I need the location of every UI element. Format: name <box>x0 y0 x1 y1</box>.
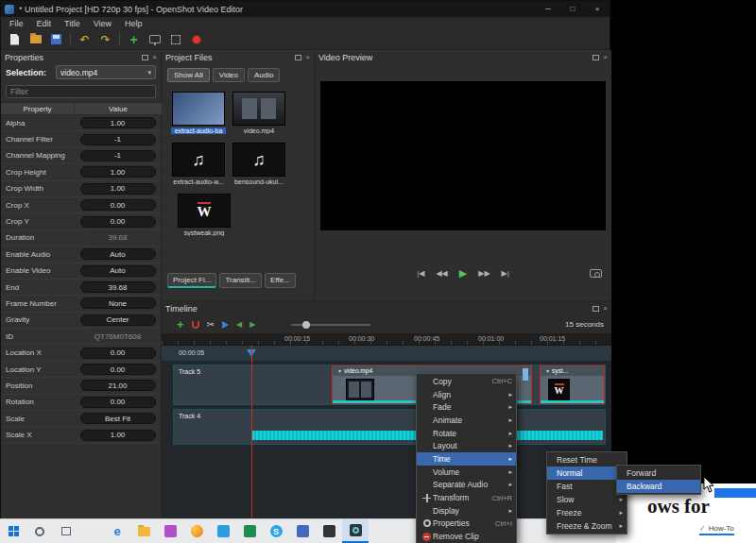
close-panel-icon[interactable]: × <box>305 54 310 61</box>
clip-resize-handle[interactable] <box>523 368 528 381</box>
property-value[interactable]: 1.00 <box>80 166 156 178</box>
taskbar-app-purple[interactable] <box>157 519 183 543</box>
import-files-icon[interactable]: + <box>127 32 141 46</box>
task-view-button[interactable] <box>53 519 79 543</box>
property-value[interactable]: 21.00 <box>80 380 156 391</box>
new-project-icon[interactable] <box>8 32 22 46</box>
time-submenu-item-freeze[interactable]: Freeze▸ <box>547 506 627 519</box>
tab-effects[interactable]: Effe... <box>265 273 296 288</box>
open-project-icon[interactable] <box>28 32 43 46</box>
jump-start-button[interactable]: |◀ <box>417 269 424 278</box>
maximize-button[interactable]: □ <box>560 1 585 17</box>
how-to-link[interactable]: ✓ How-To <box>699 524 734 535</box>
property-value[interactable]: Best Fit <box>80 413 156 424</box>
time-submenu-item-slow[interactable]: Slow▸ <box>547 493 627 506</box>
selection-dropdown[interactable]: video.mp4 ▾ <box>56 65 156 79</box>
property-value[interactable]: 1.00 <box>80 183 156 195</box>
zoom-slider[interactable] <box>291 321 370 329</box>
file-item[interactable]: ♫ extract-audio-w... <box>171 143 226 185</box>
float-panel-icon[interactable] <box>142 55 148 60</box>
property-value[interactable]: None <box>80 297 156 309</box>
menu-file[interactable]: File <box>3 19 30 28</box>
property-value[interactable]: -1 <box>80 134 156 145</box>
razor-icon[interactable]: ✂ <box>207 320 215 330</box>
fast-forward-button[interactable]: ▶▶ <box>478 269 490 278</box>
context-menu-item-properties[interactable]: PropertiesCtrl+I <box>417 518 516 531</box>
search-button[interactable] <box>26 519 53 543</box>
property-value[interactable]: Auto <box>80 248 156 260</box>
float-panel-icon[interactable] <box>295 55 301 60</box>
taskbar-app-green[interactable] <box>236 519 263 543</box>
play-button[interactable]: ▶ <box>459 267 467 280</box>
context-menu-item-layout[interactable]: Layout▸ <box>417 439 516 452</box>
choose-profile-icon[interactable] <box>147 32 162 46</box>
property-value[interactable]: 1.00 <box>80 430 156 441</box>
clip-systweak[interactable]: ▾ syst... W <box>540 365 605 404</box>
context-menu-item-separate-audio[interactable]: Separate Audio▸ <box>417 479 516 492</box>
fullscreen-icon[interactable] <box>168 32 182 46</box>
normal-submenu-item-forward[interactable]: Forward <box>617 467 700 480</box>
filter-audio-button[interactable]: Audio <box>248 68 280 82</box>
taskbar-app-openshot[interactable] <box>342 519 369 543</box>
menu-help[interactable]: Help <box>118 19 149 28</box>
property-value[interactable]: -1 <box>80 150 156 161</box>
snapping-magnet-icon[interactable] <box>192 321 199 329</box>
zoom-slider-handle[interactable] <box>302 321 310 329</box>
property-value[interactable]: 39.68 <box>80 281 156 293</box>
property-value[interactable]: 0.00 <box>80 397 156 408</box>
taskbar-app-dark[interactable] <box>316 519 342 543</box>
property-value[interactable]: 0.00 <box>80 348 156 359</box>
jump-end-button[interactable]: ▶| <box>502 269 509 278</box>
minimize-button[interactable]: ─ <box>536 1 560 17</box>
context-menu-item-transform[interactable]: TransformCtrl+R <box>417 491 516 504</box>
undo-icon[interactable]: ↶ <box>77 32 92 46</box>
tab-transitions[interactable]: Transiti... <box>219 273 262 288</box>
next-marker-icon[interactable]: ▶ <box>249 321 255 329</box>
close-panel-icon[interactable]: × <box>152 54 157 61</box>
filter-video-button[interactable]: Video <box>213 68 245 82</box>
taskbar-app-edge[interactable]: e <box>104 519 130 543</box>
timeline-ruler[interactable]: 00:00:15 00:00:30 00:00:45 00:01:00 00:0… <box>162 333 611 346</box>
taskbar-app-file-explorer[interactable] <box>130 519 157 543</box>
context-menu-item-copy[interactable]: CopyCtrl+C <box>417 375 516 388</box>
time-submenu-item-normal[interactable]: Normal▸ <box>547 467 627 480</box>
property-value[interactable]: Center <box>80 314 156 326</box>
camera-icon[interactable] <box>590 269 602 278</box>
taskbar-app-skype[interactable]: S <box>263 519 289 543</box>
filter-input[interactable] <box>6 85 156 98</box>
file-item[interactable]: ♫ bensound-ukul... <box>232 143 286 185</box>
context-menu-item-rotate[interactable]: Rotate▸ <box>417 427 516 440</box>
redo-icon[interactable]: ↷ <box>98 32 112 46</box>
close-panel-icon[interactable]: × <box>603 54 608 61</box>
add-marker-icon[interactable] <box>222 321 229 329</box>
float-panel-icon[interactable] <box>593 306 599 312</box>
menu-edit[interactable]: Edit <box>30 19 59 28</box>
context-menu-item-align[interactable]: Align▸ <box>417 388 516 401</box>
property-value[interactable]: 0.00 <box>80 199 156 211</box>
previous-marker-icon[interactable]: ◀ <box>236 321 242 329</box>
context-menu-item-fade[interactable]: Fade▸ <box>417 400 516 414</box>
float-panel-icon[interactable] <box>593 55 599 60</box>
menu-title[interactable]: Title <box>58 19 87 28</box>
property-value[interactable]: 1.00 <box>80 117 156 128</box>
save-project-icon[interactable] <box>49 32 63 46</box>
start-button[interactable] <box>0 519 26 543</box>
context-menu-item-volume[interactable]: Volume▸ <box>417 466 516 479</box>
file-item[interactable]: extract-audio-ba <box>171 92 226 134</box>
menu-view[interactable]: View <box>87 19 118 28</box>
rewind-button[interactable]: ◀◀ <box>436 269 447 278</box>
add-track-icon[interactable]: + <box>177 318 184 331</box>
time-submenu-item-reset-time[interactable]: Reset Time <box>547 453 627 467</box>
time-submenu-item-freeze-zoom[interactable]: Freeze & Zoom▸ <box>547 519 627 533</box>
file-item[interactable]: W systweak.png <box>177 194 232 236</box>
context-menu-item-time[interactable]: Time▸ <box>417 452 516 466</box>
filter-show-all-button[interactable]: Show All <box>167 68 210 82</box>
property-value[interactable]: 0.00 <box>80 216 156 228</box>
property-value[interactable]: 0.00 <box>80 364 156 375</box>
export-video-icon[interactable] <box>189 32 203 46</box>
context-menu-item-remove-clip[interactable]: Remove Clip <box>417 530 516 543</box>
tab-project-files[interactable]: Project Fi... <box>167 273 216 288</box>
taskbar-app-blue[interactable] <box>210 519 236 543</box>
time-submenu-item-fast[interactable]: Fast▸ <box>547 480 627 493</box>
property-value[interactable]: Auto <box>80 265 156 277</box>
